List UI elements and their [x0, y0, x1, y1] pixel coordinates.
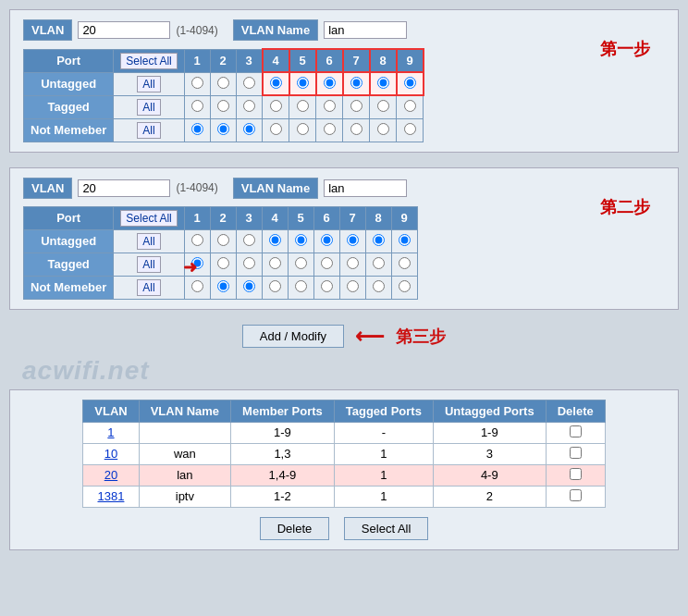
tagged-r5[interactable]: [289, 95, 316, 118]
nm-r1[interactable]: [184, 118, 210, 142]
vlan-cell[interactable]: 20: [83, 464, 139, 486]
untagged-r8[interactable]: [370, 72, 397, 95]
tagged-radio-1-1[interactable]: [191, 100, 203, 112]
t2-r6[interactable]: [313, 253, 339, 276]
tagged-radio-1-4[interactable]: [270, 100, 282, 112]
untagged-r7[interactable]: [343, 72, 370, 95]
untagged-all-btn-1[interactable]: All: [137, 76, 160, 92]
tagged2-radio-8[interactable]: [373, 257, 385, 269]
nm-r9[interactable]: [397, 118, 424, 142]
tagged2-radio-4[interactable]: [269, 257, 281, 269]
tagged-all-btn-1[interactable]: All: [137, 99, 160, 116]
untagged2-radio-4[interactable]: [269, 234, 281, 246]
select-all-1[interactable]: Select All: [114, 49, 184, 72]
notmember-all-2[interactable]: All: [114, 276, 184, 299]
nm2-radio-1[interactable]: [191, 280, 203, 292]
untagged-r2[interactable]: [210, 72, 236, 95]
t2-r9[interactable]: [391, 253, 417, 276]
untagged-r3[interactable]: [236, 72, 263, 95]
nm-radio-1-4[interactable]: [270, 123, 282, 135]
tagged-r2[interactable]: [210, 95, 236, 118]
tagged2-radio-6[interactable]: [321, 257, 333, 269]
tagged2-radio-3[interactable]: [243, 257, 255, 269]
u2-r9[interactable]: [391, 229, 417, 253]
nm2-radio-9[interactable]: [399, 280, 411, 292]
delete-checkbox[interactable]: [570, 425, 582, 437]
tagged-r7[interactable]: [343, 95, 370, 118]
select-all-2[interactable]: Select All: [114, 206, 184, 229]
nm2-r7[interactable]: [339, 276, 365, 299]
nm2-radio-3[interactable]: [243, 280, 255, 292]
tagged-r8[interactable]: [370, 95, 397, 118]
nm2-r9[interactable]: [391, 276, 417, 299]
untagged-radio-1-1[interactable]: [191, 77, 203, 89]
nm2-r4[interactable]: [262, 276, 288, 299]
nm-r4[interactable]: [263, 118, 289, 142]
u2-r3[interactable]: [236, 229, 262, 253]
untagged-all-1[interactable]: All: [114, 72, 184, 95]
vlan-cell[interactable]: 1: [83, 422, 139, 443]
nm2-r2[interactable]: [210, 276, 236, 299]
untagged2-radio-1[interactable]: [191, 234, 203, 246]
u2-r5[interactable]: [288, 229, 313, 253]
vlan-name-input-1[interactable]: [324, 21, 407, 39]
nm-radio-1-6[interactable]: [324, 123, 336, 135]
tagged-radio-1-5[interactable]: [297, 100, 309, 112]
delete-button[interactable]: Delete: [260, 517, 330, 540]
t2-r5[interactable]: [288, 253, 313, 276]
nm-r6[interactable]: [316, 118, 343, 142]
notmember-all-1[interactable]: All: [114, 118, 184, 142]
tagged-radio-1-8[interactable]: [377, 100, 389, 112]
delete-checkbox-cell[interactable]: [546, 486, 605, 507]
nm-r8[interactable]: [370, 118, 397, 142]
t2-r4[interactable]: [262, 253, 288, 276]
untagged-all-btn-2[interactable]: All: [137, 233, 160, 250]
nm2-radio-7[interactable]: [347, 280, 359, 292]
tagged-r6[interactable]: [316, 95, 343, 118]
nm2-radio-8[interactable]: [373, 280, 385, 292]
nm-radio-1-8[interactable]: [377, 123, 389, 135]
u2-r2[interactable]: [210, 229, 236, 253]
u2-r7[interactable]: [339, 229, 365, 253]
untagged2-radio-7[interactable]: [347, 234, 359, 246]
t2-r8[interactable]: [365, 253, 391, 276]
u2-r4[interactable]: [262, 229, 288, 253]
delete-checkbox-cell[interactable]: [546, 422, 605, 443]
t2-r3[interactable]: [236, 253, 262, 276]
untagged2-radio-5[interactable]: [295, 234, 307, 246]
nm2-r5[interactable]: [288, 276, 313, 299]
tagged2-radio-7[interactable]: [347, 257, 359, 269]
untagged-radio-1-8[interactable]: [377, 77, 389, 89]
untagged-r4[interactable]: [263, 72, 289, 95]
nm-radio-1-2[interactable]: [217, 123, 229, 135]
tagged-radio-1-2[interactable]: [217, 100, 229, 112]
nm2-radio-4[interactable]: [269, 280, 281, 292]
tagged-r4[interactable]: [263, 95, 289, 118]
untagged-r9[interactable]: [397, 72, 424, 95]
delete-checkbox-cell[interactable]: [546, 443, 605, 464]
tagged-radio-1-9[interactable]: [404, 100, 416, 112]
untagged-radio-1-5[interactable]: [297, 77, 309, 89]
nm2-r8[interactable]: [365, 276, 391, 299]
select-all-button[interactable]: Select All: [344, 517, 428, 540]
untagged-radio-1-3[interactable]: [243, 77, 255, 89]
delete-checkbox[interactable]: [570, 468, 582, 480]
nm-r5[interactable]: [289, 118, 316, 142]
nm2-r6[interactable]: [313, 276, 339, 299]
vlan-cell[interactable]: 1381: [83, 486, 139, 507]
tagged-r9[interactable]: [397, 95, 424, 118]
t2-r7[interactable]: [339, 253, 365, 276]
tagged-all-2[interactable]: All ➜: [114, 253, 184, 276]
nm2-r1[interactable]: [184, 276, 210, 299]
untagged2-radio-6[interactable]: [321, 234, 333, 246]
vlan-cell[interactable]: 10: [83, 443, 139, 464]
delete-checkbox[interactable]: [570, 447, 582, 459]
delete-checkbox-cell[interactable]: [546, 464, 605, 486]
tagged-r3[interactable]: [236, 95, 263, 118]
nm-radio-1-7[interactable]: [350, 123, 362, 135]
nm-r3[interactable]: [236, 118, 263, 142]
u2-r6[interactable]: [313, 229, 339, 253]
nm2-radio-5[interactable]: [295, 280, 307, 292]
tagged2-radio-5[interactable]: [295, 257, 307, 269]
tagged-radio-1-3[interactable]: [243, 100, 255, 112]
